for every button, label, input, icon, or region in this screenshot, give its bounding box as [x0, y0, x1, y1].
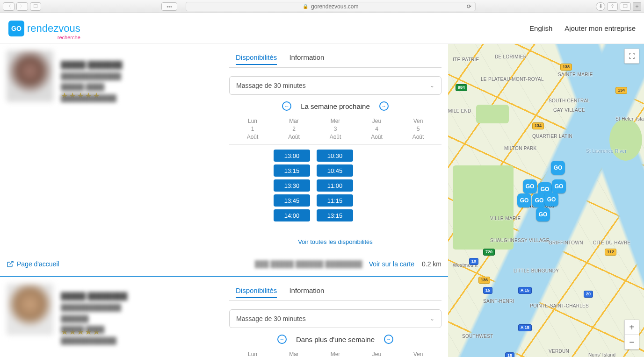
- time-slot[interactable]: 13:00: [274, 150, 310, 162]
- map[interactable]: ITE-PATRIE DE LORIMIER LE PLATEAU-MONT-R…: [448, 44, 644, 357]
- time-slot[interactable]: 13:30: [274, 179, 310, 192]
- share-button[interactable]: ⇪: [607, 2, 618, 11]
- forward-button[interactable]: 〉: [16, 2, 28, 11]
- map-label: LE PLATEAU-MONT-ROYAL: [481, 77, 544, 82]
- day-mon: Août: [358, 133, 396, 141]
- downloads-button[interactable]: ⬇: [596, 2, 605, 11]
- new-tab-button[interactable]: ＋: [633, 2, 641, 11]
- distance-text: 0.2 km: [422, 260, 441, 268]
- card-tabs: Disponibilités Information: [229, 284, 441, 298]
- route-badge: 15: [483, 287, 492, 294]
- route-badge: A 15: [518, 324, 532, 331]
- sidebar-toggle-button[interactable]: ☐: [30, 2, 41, 11]
- day-dow: Jeu: [358, 350, 396, 357]
- prev-week-button[interactable]: ←: [277, 335, 287, 344]
- map-label: POINTE-SAINT-CHARLES: [530, 303, 589, 308]
- map-label: SAINTE-MARIE: [558, 72, 593, 77]
- language-link[interactable]: English: [529, 24, 552, 32]
- address-bar[interactable]: 🔒 gorendezvous.com ⟳: [186, 2, 476, 11]
- homepage-link[interactable]: Page d'accueil: [7, 260, 59, 268]
- time-slot[interactable]: 13:15: [317, 209, 353, 221]
- map-label: SOUTHWEST: [462, 334, 493, 339]
- route-badge: A 15: [518, 287, 532, 294]
- day-num: 2: [275, 125, 313, 133]
- time-slot[interactable]: 10:45: [317, 164, 353, 177]
- day-dow: Ven: [399, 350, 437, 357]
- site-header: GO rendezvous recherche English Ajouter …: [0, 13, 644, 44]
- service-select[interactable]: Massage de 30 minutes ⌄: [229, 76, 441, 95]
- logo-text[interactable]: rendezvous recherche: [27, 22, 80, 35]
- map-label: CITÉ DU HAVRE: [593, 240, 630, 245]
- day-dow: Lun: [234, 117, 271, 125]
- reload-icon[interactable]: ⟳: [467, 3, 471, 10]
- back-button[interactable]: 〈: [3, 2, 14, 11]
- map-label: ITE-PATRIE: [453, 57, 479, 62]
- tabs-button[interactable]: ❐: [620, 2, 631, 11]
- map-label: QUARTIER LATIN: [532, 134, 572, 139]
- service-select-value: Massage de 30 minutes: [236, 82, 306, 89]
- map-label: MILE END: [448, 108, 471, 114]
- day-headers: Lun1Août Mar2Août Mer3Août Jeu4Août Ven5…: [234, 117, 437, 141]
- day-num: 1: [234, 125, 271, 133]
- time-slot[interactable]: 13:45: [274, 194, 310, 207]
- time-slot[interactable]: 13:15: [274, 164, 310, 177]
- week-navigator: ← La semaine prochaine →: [229, 101, 441, 111]
- next-week-button[interactable]: →: [379, 101, 389, 111]
- map-label: VERDUN: [549, 349, 569, 354]
- service-select[interactable]: Massage de 30 minutes ⌄: [229, 309, 441, 328]
- practitioner-clinic: █████ ████ ████████████: [61, 324, 152, 347]
- tab-information[interactable]: Information: [289, 53, 324, 65]
- map-marker[interactable]: GO: [517, 193, 531, 207]
- logo-word: rendezvous: [27, 22, 80, 34]
- next-week-button[interactable]: →: [384, 335, 393, 344]
- chevron-down-icon: ⌄: [430, 315, 434, 322]
- time-slot[interactable]: 10:30: [317, 150, 353, 162]
- time-slot[interactable]: 11:00: [317, 179, 353, 192]
- tab-information[interactable]: Information: [289, 286, 324, 298]
- day-mon: Août: [317, 133, 354, 141]
- practitioner-role2: ██████: [61, 314, 152, 325]
- map-marker[interactable]: GO: [551, 161, 565, 175]
- route-badge: 134: [615, 87, 627, 94]
- service-select-value: Massage de 30 minutes: [236, 315, 306, 322]
- day-num: 4: [358, 125, 396, 133]
- tab-availability[interactable]: Disponibilités: [236, 53, 277, 65]
- map-zoom-in-button[interactable]: +: [624, 320, 639, 335]
- map-marker[interactable]: GO: [544, 193, 558, 207]
- map-zoom-out-button[interactable]: −: [624, 335, 639, 350]
- route-badge: 984: [456, 84, 467, 91]
- day-dow: Mer: [317, 117, 354, 125]
- map-label: GRIFFINTOWN: [549, 240, 583, 245]
- practitioner-name: █████ ███████: [61, 59, 152, 71]
- day-dow: Mar: [275, 350, 313, 357]
- route-badge: 134: [532, 122, 544, 129]
- time-slot[interactable]: 11:15: [317, 194, 353, 207]
- tab-availability[interactable]: Disponibilités: [236, 286, 277, 298]
- view-on-map-link[interactable]: Voir sur la carte: [369, 260, 414, 268]
- map-marker[interactable]: GO: [552, 179, 566, 193]
- map-marker[interactable]: GO: [523, 179, 537, 193]
- practitioner-name: █████ ████████: [61, 290, 152, 302]
- time-slot[interactable]: 14:00: [274, 209, 310, 221]
- time-slots: 13:00 13:15 13:30 13:45 14:00 10:30 10:4…: [229, 150, 441, 221]
- week-label: La semaine prochaine: [301, 102, 370, 110]
- results-column: ★★★★★ █████ ███████ █████████████ █████ …: [0, 44, 448, 357]
- map-marker[interactable]: GO: [536, 207, 550, 221]
- map-fullscreen-button[interactable]: ⛶: [624, 49, 639, 64]
- week-label: Dans plus d'une semaine: [296, 336, 375, 343]
- avatar: [7, 50, 53, 102]
- route-badge: 112: [605, 249, 616, 256]
- logo-icon[interactable]: GO: [8, 21, 24, 36]
- view-all-availability-link[interactable]: Voir toutes les disponibilités: [229, 238, 441, 245]
- add-business-link[interactable]: Ajouter mon entreprise: [564, 24, 636, 32]
- route-badge: 138: [560, 64, 572, 71]
- logo-subtext: recherche: [58, 35, 80, 40]
- homepage-link-label: Page d'accueil: [17, 260, 59, 268]
- day-mon: Août: [275, 133, 313, 141]
- practitioner-card: ★★★★★ █████ ████████ █████████████ █████…: [0, 277, 448, 357]
- site-settings-button[interactable]: •••: [161, 2, 177, 11]
- day-dow: Mer: [317, 350, 354, 357]
- avatar: [7, 284, 53, 335]
- practitioner-clinic: █████ ████ ████████████: [61, 82, 152, 104]
- prev-week-button[interactable]: ←: [282, 101, 291, 111]
